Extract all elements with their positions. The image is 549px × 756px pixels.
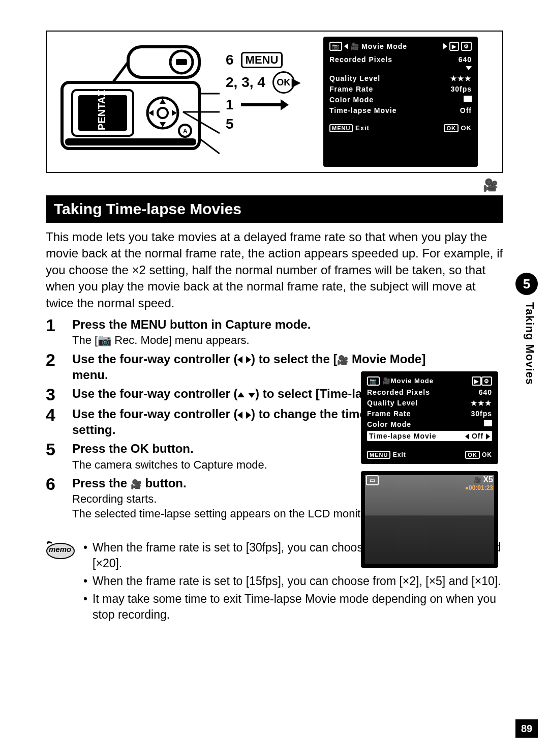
step-number: 2 [46, 351, 63, 383]
callout-1: 1 [226, 97, 234, 113]
lcd-row-label: Color Mode [367, 420, 411, 428]
left-triangle-icon [465, 433, 469, 440]
svg-rect-11 [176, 59, 187, 65]
exit-label: Exit [393, 451, 406, 458]
memo-label: memo [49, 545, 71, 554]
step-detail: The [📷 Rec. Mode] menu appears. [72, 333, 442, 348]
lcd-row-value: Off [460, 106, 472, 114]
svg-text:A: A [183, 128, 188, 135]
record-time: 00:01:23 [469, 484, 493, 491]
step-number: 5 [46, 441, 63, 472]
exit-label: Exit [355, 124, 370, 132]
callout-labels: 6 MENU 2, 3, 4 OK▶ 1 5 [226, 37, 317, 167]
menu-softkey: MENU [367, 451, 390, 459]
step-number: 1 [46, 316, 63, 348]
left-triangle-icon [344, 43, 348, 49]
memo-icon: memo [46, 540, 75, 625]
lcd-row-label: Color Mode [329, 96, 374, 104]
svg-line-12 [113, 62, 128, 82]
ok-label: OK [461, 124, 472, 132]
camera-icon: 📷 [329, 42, 342, 51]
timelapse-multiplier: X5 [483, 475, 493, 484]
color-mode-swatch [464, 96, 472, 102]
recording-screen: ▭ 🎥 X5 ●00:01:23 [361, 471, 498, 568]
lcd-row-value: 640 [479, 388, 492, 396]
right-triangle-icon [486, 433, 490, 440]
callout-6: 6 [226, 52, 234, 68]
section-heading: Taking Time-lapse Movies [46, 195, 503, 223]
chapter-number-badge: 5 [515, 273, 538, 295]
lcd-row-value: ★★★ [450, 74, 472, 82]
ok-softkey: OK [465, 451, 480, 459]
menu-button-label: MENU [241, 52, 283, 68]
setup-icon: ⚙ [481, 376, 492, 386]
play-icon: ▶ [472, 376, 481, 386]
lcd-row-label: Time-lapse Movie [369, 432, 436, 440]
play-icon: ▶ [449, 42, 459, 51]
side-figures: 📷 🎥Movie Mode ▶⚙ Recorded Pixels640 Qual… [361, 371, 498, 568]
menu-softkey: MENU [329, 124, 353, 132]
lcd-screen-top: 📷🎥Movie Mode ▶⚙ Recorded Pixels640 Quali… [323, 37, 478, 167]
lcd-row-label: Quality Level [329, 74, 380, 82]
lcd-row-label: Time-lapse Movie [329, 106, 396, 114]
page-number: 89 [515, 719, 538, 738]
down-triangle-icon [466, 66, 472, 70]
step-title: Press the MENU button in Capture mode. [72, 316, 442, 332]
memo-item: When the frame rate is set to [15fps], y… [93, 573, 501, 589]
record-dot-icon: ● [465, 484, 469, 491]
movie-mode-icon: 🎥 [46, 178, 498, 192]
arrow-icon [241, 103, 282, 106]
camera-icon: 📷 [367, 376, 380, 386]
lcd-row-label: Frame Rate [329, 85, 373, 93]
memo-item: It may take some time to exit Time-lapse… [93, 591, 503, 623]
callout-5: 5 [226, 116, 234, 132]
battery-icon: ▭ [366, 475, 379, 485]
lcd-title: Movie Mode [391, 377, 434, 385]
step-number: 4 [46, 406, 63, 438]
chapter-title-vertical: Taking Movies [516, 302, 536, 429]
svg-line-16 [199, 138, 220, 154]
lcd-screen-side: 📷 🎥Movie Mode ▶⚙ Recorded Pixels640 Qual… [361, 371, 498, 464]
lcd-row-label: Recorded Pixels [367, 388, 430, 396]
setup-icon: ⚙ [461, 42, 472, 51]
movie-icon: 🎥 [350, 42, 359, 50]
lcd-row-value: ★★★ [471, 399, 492, 407]
svg-rect-1 [65, 138, 196, 146]
step-number: 3 [46, 386, 63, 403]
lcd-row-value: 30fps [471, 410, 492, 418]
lcd-row-value: Off [472, 432, 483, 440]
movie-icon: 🎥 [474, 477, 481, 484]
lcd-row-value: 640 [459, 55, 472, 64]
ok-softkey: OK [444, 124, 459, 132]
lcd-highlight-row: Time-lapse Movie Off [367, 431, 492, 441]
movie-icon: 🎥 [382, 377, 391, 385]
lcd-row-label: Frame Rate [367, 410, 411, 418]
svg-text:PENTAX: PENTAX [96, 90, 107, 130]
right-triangle-icon: ▶ [292, 76, 300, 89]
step-number: 6 [46, 475, 63, 521]
lcd-row-value: 30fps [450, 85, 472, 93]
right-triangle-icon [443, 43, 447, 49]
top-figure-box: PENTAX A 6 MENU 2, 3, 4 OK▶ 1 [46, 31, 503, 173]
color-mode-swatch [484, 420, 492, 426]
ok-label: OK [482, 451, 492, 458]
manual-page: 5 Taking Movies 89 PENTAX A [0, 0, 549, 756]
svg-point-6 [158, 108, 168, 118]
lcd-row-label: Recorded Pixels [329, 55, 392, 64]
intro-paragraph: This mode lets you take movies at a dela… [46, 229, 503, 311]
lcd-title: Movie Mode [361, 42, 407, 50]
callout-234: 2, 3, 4 [226, 74, 265, 91]
camera-illustration: PENTAX A [52, 37, 220, 164]
lcd-row-label: Quality Level [367, 399, 418, 407]
